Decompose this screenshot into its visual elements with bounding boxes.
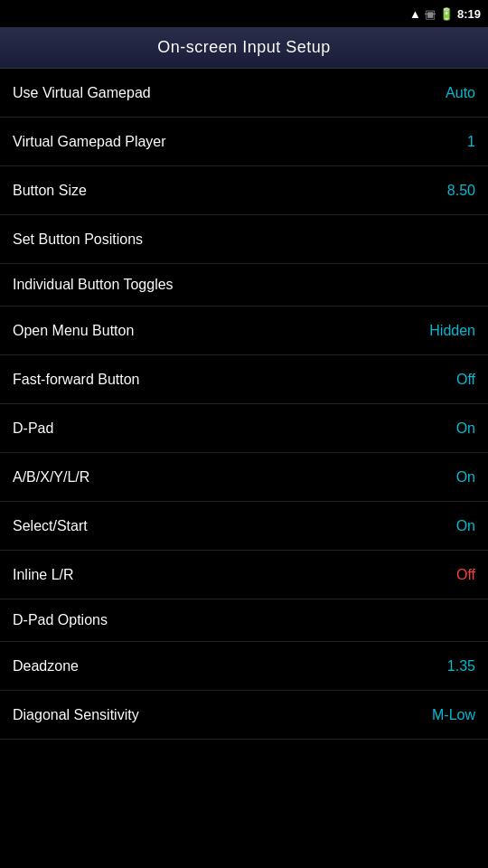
settings-item-d-pad-options: D-Pad Options	[0, 599, 488, 642]
item-value-fast-forward-button: Off	[456, 372, 475, 388]
item-label-set-button-positions: Set Button Positions	[13, 231, 143, 248]
status-icons: ▲ ▣ 🔋 8:19	[409, 7, 481, 21]
item-value-inline-lr: Off	[456, 567, 475, 583]
item-label-virtual-gamepad-player: Virtual Gamepad Player	[13, 134, 166, 150]
settings-item-use-virtual-gamepad[interactable]: Use Virtual GamepadAuto	[0, 69, 488, 118]
item-value-deadzone: 1.35	[447, 658, 475, 675]
settings-item-open-menu-button[interactable]: Open Menu ButtonHidden	[0, 307, 488, 355]
item-label-deadzone: Deadzone	[13, 658, 79, 675]
item-value-open-menu-button: Hidden	[429, 323, 475, 339]
page-title: On-screen Input Setup	[157, 38, 331, 56]
item-value-diagonal-sensitivity: M-Low	[432, 707, 475, 723]
item-value-abxylr: On	[456, 469, 475, 486]
item-value-d-pad: On	[456, 420, 475, 437]
wifi-icon: ▲	[409, 7, 421, 21]
item-value-use-virtual-gamepad: Auto	[446, 85, 475, 101]
item-label-fast-forward-button: Fast-forward Button	[13, 372, 140, 388]
item-label-select-start: Select/Start	[13, 518, 88, 534]
page-header: On-screen Input Setup	[0, 27, 488, 69]
item-label-button-size: Button Size	[13, 183, 87, 199]
battery-icon: 🔋	[439, 7, 454, 21]
item-label-inline-lr: Inline L/R	[13, 567, 74, 583]
settings-item-fast-forward-button[interactable]: Fast-forward ButtonOff	[0, 355, 488, 404]
no-sim-icon: ▣	[425, 7, 436, 21]
item-value-virtual-gamepad-player: 1	[467, 134, 475, 150]
item-label-abxylr: A/B/X/Y/L/R	[13, 469, 89, 486]
item-value-select-start: On	[456, 518, 475, 534]
settings-list: Use Virtual GamepadAutoVirtual Gamepad P…	[0, 69, 488, 740]
settings-item-deadzone[interactable]: Deadzone1.35	[0, 642, 488, 691]
settings-item-button-size[interactable]: Button Size8.50	[0, 166, 488, 215]
item-label-open-menu-button: Open Menu Button	[13, 323, 134, 339]
settings-item-set-button-positions[interactable]: Set Button Positions	[0, 215, 488, 264]
settings-item-select-start[interactable]: Select/StartOn	[0, 502, 488, 551]
settings-item-d-pad[interactable]: D-PadOn	[0, 404, 488, 453]
item-value-button-size: 8.50	[447, 183, 475, 199]
section-label-individual-button-toggles: Individual Button Toggles	[13, 277, 174, 293]
item-label-diagonal-sensitivity: Diagonal Sensitivity	[13, 707, 139, 723]
section-label-d-pad-options: D-Pad Options	[13, 612, 108, 628]
item-label-use-virtual-gamepad: Use Virtual Gamepad	[13, 85, 151, 101]
settings-item-individual-button-toggles: Individual Button Toggles	[0, 264, 488, 307]
settings-item-abxylr[interactable]: A/B/X/Y/L/ROn	[0, 453, 488, 502]
status-time: 8:19	[457, 7, 481, 21]
settings-item-virtual-gamepad-player[interactable]: Virtual Gamepad Player1	[0, 118, 488, 166]
item-label-d-pad: D-Pad	[13, 420, 53, 437]
settings-item-diagonal-sensitivity[interactable]: Diagonal SensitivityM-Low	[0, 691, 488, 740]
status-bar: ▲ ▣ 🔋 8:19	[0, 0, 488, 27]
settings-item-inline-lr[interactable]: Inline L/ROff	[0, 551, 488, 599]
